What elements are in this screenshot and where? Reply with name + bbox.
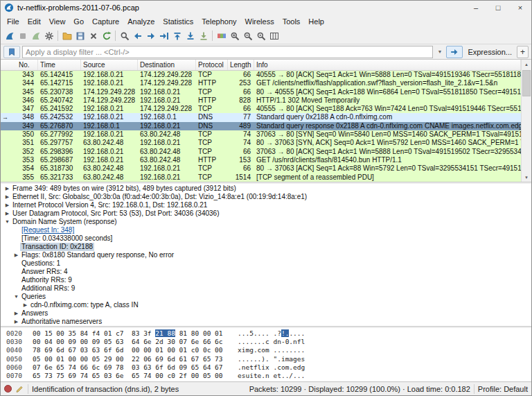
colorize-button[interactable] — [215, 29, 228, 43]
expander-collapsed-icon[interactable]: ▶ — [3, 193, 11, 201]
column-header-time[interactable]: Time — [38, 60, 81, 70]
detail-row[interactable]: ▼Domain Name System (response) — [1, 218, 531, 226]
expander-collapsed-icon[interactable]: ▶ — [12, 251, 20, 259]
expander-collapsed-icon[interactable]: ▶ — [21, 301, 29, 309]
detail-row[interactable]: ▶Frame 349: 489 bytes on wire (3912 bits… — [1, 184, 531, 193]
hex-row[interactable]: 004078 69 6d 67 03 63 6f 6d 00 00 01 00 … — [1, 346, 531, 354]
filter-history-dropdown-icon[interactable]: ▼ — [435, 49, 444, 54]
detail-row[interactable]: ▶Answers — [1, 309, 531, 318]
hex-row[interactable]: 002000 15 00 35 84 f4 01 c7 83 3f 21 88 … — [1, 329, 531, 338]
expander-collapsed-icon[interactable]: ▶ — [3, 201, 11, 209]
expander-collapsed-icon[interactable]: ▶ — [3, 184, 11, 193]
packet-row[interactable]: 35165.29775763.80.242.48192.168.0.21TCP7… — [1, 139, 521, 147]
detail-row[interactable]: ▶Ethernet II, Src: Globalsc_00:3b:0a (f0… — [1, 193, 531, 201]
detail-row[interactable]: Authority RRs: 9 — [1, 276, 531, 284]
go-back-button[interactable] — [131, 29, 144, 43]
stop-capture-button[interactable] — [16, 29, 29, 43]
menu-go[interactable]: Go — [69, 16, 88, 27]
expander-expanded-icon[interactable]: ▼ — [12, 293, 20, 301]
maximize-button[interactable]: □ — [487, 1, 509, 15]
packet-row[interactable]: 35565.32173363.80.242.48192.168.0.21TCP1… — [1, 173, 521, 182]
go-forward-button[interactable] — [144, 29, 157, 43]
detail-row[interactable]: ▶Internet Protocol Version 4, Src: 192.1… — [1, 201, 531, 209]
packet-list-scrollbar[interactable]: ▲ ▼ — [521, 60, 531, 182]
scrollbar-thumb[interactable] — [522, 70, 531, 96]
expander-collapsed-icon[interactable]: ▶ — [12, 318, 20, 326]
go-to-packet-button[interactable] — [157, 29, 170, 43]
capture-options-button[interactable] — [42, 29, 55, 43]
expander-collapsed-icon[interactable]: ▶ — [3, 209, 11, 218]
packet-row[interactable]: 35365.298687192.168.0.2163.80.242.48HTTP… — [1, 156, 521, 164]
go-last-button[interactable] — [184, 29, 197, 43]
packet-row[interactable]: 34965.276870192.168.0.1192.168.0.21DNS48… — [1, 122, 521, 130]
zoom-in-button[interactable] — [228, 29, 241, 43]
expander-expanded-icon[interactable]: ▼ — [3, 218, 11, 226]
detail-row[interactable]: [Time: 0.034338000 seconds] — [1, 234, 531, 243]
expert-info-icon[interactable] — [4, 385, 12, 393]
minimize-button[interactable]: – — [465, 1, 487, 15]
menu-telephony[interactable]: Telephony — [197, 16, 240, 27]
filter-bookmark-button[interactable] — [3, 46, 20, 58]
go-first-button[interactable] — [170, 29, 184, 43]
packet-row[interactable]: 34765.241592192.168.0.21174.129.249.228T… — [1, 105, 521, 113]
detail-row[interactable]: Questions: 1 — [1, 259, 531, 268]
menu-edit[interactable]: Edit — [24, 16, 45, 27]
column-header-info[interactable]: Info — [254, 60, 521, 70]
menu-help[interactable]: Help — [304, 16, 328, 27]
scroll-down-button[interactable]: ▼ — [522, 173, 531, 182]
menu-analyze[interactable]: Analyze — [123, 16, 159, 27]
zoom-original-button[interactable] — [254, 29, 267, 43]
detail-row[interactable]: Answer RRs: 4 — [1, 268, 531, 276]
expander-collapsed-icon[interactable]: ▶ — [12, 309, 20, 318]
packet-row[interactable]: 34665.240742174.129.249.228192.168.0.21H… — [1, 96, 521, 105]
packet-row[interactable]: 34465.142715192.168.0.21174.129.249.228H… — [1, 79, 521, 87]
auto-scroll-button[interactable] — [197, 29, 210, 43]
detail-row[interactable]: [Request In: 348] — [1, 226, 531, 234]
packet-row[interactable]: 35065.277992192.168.0.2163.80.242.48TCP7… — [1, 130, 521, 139]
packet-row[interactable]: →34865.242532192.168.0.21192.168.0.1DNS7… — [1, 113, 521, 121]
menu-file[interactable]: File — [3, 16, 24, 27]
reload-file-button[interactable] — [100, 29, 113, 43]
apply-filter-button[interactable] — [446, 46, 463, 58]
detail-row[interactable]: ▶Authoritative nameservers — [1, 318, 531, 326]
restart-capture-button[interactable] — [29, 29, 42, 43]
detail-row[interactable]: ▶User Datagram Protocol, Src Port: 53 (5… — [1, 209, 531, 218]
menu-statistics[interactable]: Statistics — [159, 16, 197, 27]
scroll-up-button[interactable]: ▲ — [522, 60, 531, 69]
hex-row[interactable]: 005005 00 01 00 00 05 29 00 22 06 69 6d … — [1, 355, 531, 363]
packet-row[interactable]: 35465.31873063.80.242.48192.168.0.21TCP6… — [1, 164, 521, 173]
detail-row[interactable]: Additional RRs: 9 — [1, 284, 531, 293]
menu-wireless[interactable]: Wireless — [241, 16, 278, 27]
start-capture-button[interactable] — [3, 29, 16, 43]
detail-row[interactable]: ▶cdn-0.nflximg.com: type A, class IN — [1, 301, 531, 309]
column-header-len[interactable]: Length — [228, 60, 254, 70]
packet-row[interactable]: 34565.230738174.129.249.228192.168.0.21T… — [1, 88, 521, 96]
display-filter-input[interactable] — [22, 46, 433, 58]
column-header-proto[interactable]: Protocol — [196, 60, 228, 70]
column-header-no[interactable]: No. — [1, 60, 38, 70]
expression-button[interactable]: Expression... — [465, 48, 515, 56]
detail-row[interactable]: ▼Queries — [1, 293, 531, 301]
hex-row[interactable]: 003000 04 00 09 00 09 05 63 64 6e 2d 30 … — [1, 338, 531, 346]
detail-row[interactable]: ▶Flags: 0x8180 Standard query response, … — [1, 251, 531, 259]
find-packet-button[interactable] — [118, 29, 131, 43]
menu-view[interactable]: View — [45, 16, 70, 27]
detail-row[interactable]: Transaction ID: 0x2188 — [1, 243, 531, 251]
status-profile[interactable]: Profile: Default — [478, 385, 528, 393]
save-file-button[interactable] — [73, 29, 87, 43]
column-header-src[interactable]: Source — [81, 60, 138, 70]
zoom-out-button[interactable] — [241, 29, 254, 43]
packet-row[interactable]: 35265.298396192.168.0.2163.80.242.48TCP6… — [1, 148, 521, 156]
hex-row[interactable]: 006007 6e 65 74 66 6c 69 78 03 63 6f 6d … — [1, 363, 531, 372]
hex-row[interactable]: 007065 73 75 69 74 65 03 6e 65 74 00 c0 … — [1, 372, 531, 380]
add-filter-button[interactable]: + — [517, 46, 529, 58]
resize-columns-button[interactable] — [267, 29, 281, 43]
column-header-dst[interactable]: Destination — [138, 60, 196, 70]
close-button[interactable]: × — [509, 1, 531, 15]
capture-comment-pencil-icon[interactable] — [15, 384, 24, 393]
close-file-button[interactable] — [87, 29, 100, 43]
menu-tools[interactable]: Tools — [278, 16, 305, 27]
open-file-button[interactable] — [60, 29, 73, 43]
menu-capture[interactable]: Capture — [88, 16, 123, 27]
packet-row[interactable]: 34365.142415192.168.0.21174.129.249.228T… — [1, 71, 521, 79]
